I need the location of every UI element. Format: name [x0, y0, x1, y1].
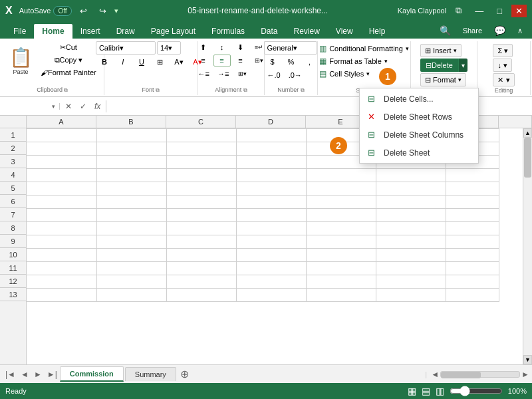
fill-color-button[interactable]: A▾ [170, 56, 188, 68]
row-header-1[interactable]: 1 [0, 128, 26, 142]
sheet-nav-next[interactable]: ► [31, 368, 45, 380]
row-header-3[interactable]: 3 [0, 155, 26, 168]
decrease-decimal-button[interactable]: ←.0 [264, 69, 284, 81]
increase-indent-button[interactable]: →≡ [214, 68, 232, 80]
cell-a5[interactable] [27, 182, 96, 196]
row-header-10[interactable]: 10 [0, 248, 26, 261]
cell-g4[interactable] [446, 169, 499, 182]
cell-f4[interactable] [376, 169, 446, 182]
add-sheet-button[interactable]: ⊕ [178, 368, 192, 380]
cell-f13[interactable] [376, 289, 446, 302]
close-button[interactable]: ✕ [511, 5, 527, 17]
copy-button[interactable]: ⧉ Copy ▾ [37, 54, 100, 66]
tab-page-layout[interactable]: Page Layout [143, 24, 203, 39]
cell-f12[interactable] [376, 275, 446, 289]
cell-f8[interactable] [376, 222, 446, 235]
underline-button[interactable]: U [133, 56, 150, 68]
format-painter-button[interactable]: 🖌 Format Painter [37, 66, 100, 78]
cell-b10[interactable] [96, 249, 166, 262]
percent-button[interactable]: % [283, 56, 300, 68]
cell-a12[interactable] [27, 275, 96, 289]
search-button[interactable]: 🔍 [436, 24, 455, 37]
tab-review[interactable]: Review [285, 24, 327, 39]
cell-b7[interactable] [96, 209, 166, 222]
align-middle-button[interactable]: ↕ [213, 41, 231, 53]
tab-insert[interactable]: Insert [72, 24, 108, 39]
row-header-8[interactable]: 8 [0, 221, 26, 235]
sheet-nav-prev[interactable]: ◄ [18, 368, 31, 380]
cell-b1[interactable] [96, 129, 166, 142]
cell-d3[interactable] [236, 156, 306, 169]
cell-b11[interactable] [96, 262, 166, 275]
row-header-9[interactable]: 9 [0, 235, 26, 248]
row-header-4[interactable]: 4 [0, 168, 26, 182]
cell-e11[interactable] [306, 262, 376, 275]
cell-c10[interactable] [166, 249, 236, 262]
scroll-up-button[interactable]: ▲ [523, 128, 532, 138]
delete-dropdown-arrow[interactable]: ▾ [458, 59, 467, 72]
paste-button[interactable]: 📋 Paste [5, 41, 36, 80]
cell-c3[interactable] [166, 156, 236, 169]
tab-view[interactable]: View [328, 24, 361, 39]
cell-g6[interactable] [446, 196, 499, 209]
sheet-tab-summary[interactable]: Summary [125, 367, 176, 381]
tab-formulas[interactable]: Formulas [203, 24, 253, 39]
bold-button[interactable]: B [96, 56, 113, 68]
comments-button[interactable]: 💬 [490, 24, 509, 37]
cell-c9[interactable] [166, 235, 236, 249]
cut-button[interactable]: ✂ Cut [37, 41, 100, 53]
sheet-tab-commission[interactable]: Commission [60, 366, 124, 382]
row-header-13[interactable]: 13 [0, 288, 26, 301]
cell-e7[interactable] [306, 209, 376, 222]
delete-sheet-item[interactable]: ⊟ Delete Sheet [360, 144, 478, 162]
ribbon-collapse[interactable]: ∧ [513, 25, 527, 37]
align-bottom-button[interactable]: ⬇ [232, 41, 249, 53]
align-left-button[interactable]: ≡ [195, 55, 212, 66]
italic-button[interactable]: I [114, 56, 132, 68]
col-header-a[interactable]: A [27, 116, 96, 128]
cell-d7[interactable] [236, 209, 306, 222]
autosum-button[interactable]: Σ ▾ [493, 44, 513, 57]
cell-c6[interactable] [166, 196, 236, 209]
cell-b8[interactable] [96, 222, 166, 235]
tab-data[interactable]: Data [253, 24, 285, 39]
tab-draw[interactable]: Draw [108, 24, 143, 39]
tab-help[interactable]: Help [361, 24, 394, 39]
col-header-b[interactable]: B [96, 116, 166, 128]
cell-a2[interactable] [27, 142, 96, 156]
maximize-button[interactable]: □ [493, 5, 506, 17]
quick-access-more[interactable]: ▾ [114, 7, 118, 15]
cell-f11[interactable] [376, 262, 446, 275]
cell-a7[interactable] [27, 209, 96, 222]
tab-file[interactable]: File [5, 24, 34, 39]
cell-g8[interactable] [446, 222, 499, 235]
confirm-formula-button[interactable]: ✓ [77, 100, 89, 112]
cell-c5[interactable] [166, 182, 236, 196]
autosave-toggle[interactable]: Off [53, 6, 71, 16]
cell-c12[interactable] [166, 275, 236, 289]
cell-e4[interactable] [306, 169, 376, 182]
normal-view-button[interactable]: ▦ [408, 386, 416, 396]
cell-g10[interactable] [446, 249, 499, 262]
cell-a9[interactable] [27, 235, 96, 249]
redo-button[interactable]: ↪ [95, 5, 110, 17]
row-header-12[interactable]: 12 [0, 275, 26, 288]
cell-a1[interactable] [27, 129, 96, 142]
format-cells-button[interactable]: ⊟ Format ▾ [420, 73, 466, 86]
cell-a11[interactable] [27, 262, 96, 275]
cell-c2[interactable] [166, 142, 236, 156]
cell-d1[interactable] [236, 129, 306, 142]
cell-d9[interactable] [236, 235, 306, 249]
col-header-c[interactable]: C [166, 116, 236, 128]
cell-f7[interactable] [376, 209, 446, 222]
page-break-view-button[interactable]: ▥ [436, 386, 444, 396]
align-center-button[interactable]: ≡ [213, 55, 231, 66]
cell-c1[interactable] [166, 129, 236, 142]
align-right-button[interactable]: ≡ [232, 55, 249, 66]
row-header-2[interactable]: 2 [0, 142, 26, 155]
cell-d10[interactable] [236, 249, 306, 262]
cell-g5[interactable] [446, 182, 499, 196]
cell-c8[interactable] [166, 222, 236, 235]
clear-button[interactable]: ✕ ▾ [493, 73, 514, 86]
cell-a10[interactable] [27, 249, 96, 262]
